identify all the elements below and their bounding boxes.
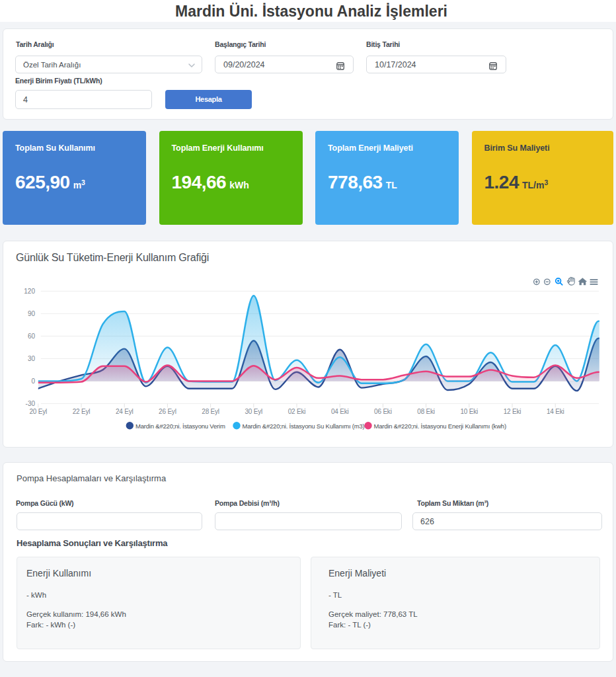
svg-text:20 Eyl: 20 Eyl	[30, 408, 48, 415]
svg-text:02 Eki: 02 Eki	[288, 408, 306, 415]
svg-text:Mardin &#220;ni. İstasyonu Ene: Mardin &#220;ni. İstasyonu Enerji Kullan…	[374, 422, 506, 430]
svg-text:04 Eki: 04 Eki	[331, 408, 349, 415]
svg-text:06 Eki: 06 Eki	[374, 408, 392, 415]
svg-text:60: 60	[28, 333, 36, 340]
svg-text:28 Eyl: 28 Eyl	[202, 408, 219, 415]
svg-text:14 Eki: 14 Eki	[547, 408, 564, 415]
svg-text:08 Eki: 08 Eki	[417, 408, 435, 415]
svg-text:10 Eki: 10 Eki	[461, 408, 479, 415]
svg-text:12 Eki: 12 Eki	[504, 408, 521, 415]
svg-text:30 Eyl: 30 Eyl	[245, 408, 263, 415]
svg-text:-30: -30	[26, 400, 36, 407]
svg-text:24 Eyl: 24 Eyl	[116, 408, 134, 415]
svg-text:Mardin &#220;ni. İstasyonu Su: Mardin &#220;ni. İstasyonu Su Kullanımı …	[243, 422, 365, 430]
svg-text:30: 30	[28, 355, 36, 362]
svg-text:120: 120	[24, 288, 35, 295]
svg-text:26 Eyl: 26 Eyl	[159, 408, 176, 415]
svg-text:22 Eyl: 22 Eyl	[73, 408, 91, 415]
svg-text:Mardin &#220;ni. İstasyonu Ver: Mardin &#220;ni. İstasyonu Verim	[135, 422, 225, 430]
svg-text:90: 90	[28, 310, 36, 317]
svg-text:0: 0	[31, 378, 35, 385]
